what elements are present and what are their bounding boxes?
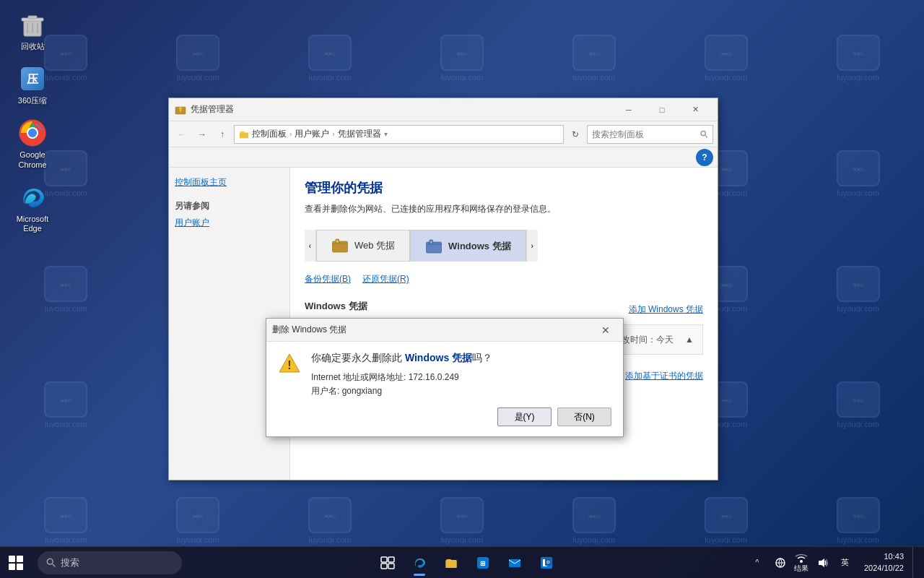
- dialog-title: 删除 Windows 凭据: [272, 324, 594, 336]
- dialog-username-line: 用户名: gongxiang: [311, 384, 611, 398]
- delete-dialog: 删除 Windows 凭据 ✕ ! 你确定要永久删除此 Windows 凭据吗？: [266, 318, 624, 437]
- dialog-info: Internet 地址或网络地址: 172.16.0.249 用户名: gong…: [311, 371, 611, 398]
- dialog-address-line: Internet 地址或网络地址: 172.16.0.249: [311, 371, 611, 384]
- desktop: luyouqi.com luyouqi.com: [0, 0, 924, 578]
- dialog-titlebar: 删除 Windows 凭据 ✕: [266, 319, 623, 342]
- no-button[interactable]: 否(N): [557, 407, 611, 426]
- dialog-content: ! 你确定要永久删除此 Windows 凭据吗？ Internet 地址或网络地…: [278, 352, 611, 399]
- dialog-overlay: 删除 Windows 凭据 ✕ ! 你确定要永久删除此 Windows 凭据吗？: [0, 0, 924, 578]
- yes-button[interactable]: 是(Y): [497, 407, 552, 426]
- dialog-question: 你确定要永久删除此 Windows 凭据吗？: [311, 352, 611, 365]
- dialog-close-button[interactable]: ✕: [594, 320, 617, 340]
- warning-icon: !: [278, 352, 301, 375]
- svg-text:!: !: [287, 359, 291, 371]
- dialog-body: ! 你确定要永久删除此 Windows 凭据吗？ Internet 地址或网络地…: [266, 342, 623, 436]
- dialog-text-area: 你确定要永久删除此 Windows 凭据吗？ Internet 地址或网络地址:…: [311, 352, 611, 398]
- dialog-buttons: 是(Y) 否(N): [278, 407, 611, 426]
- dialog-question-highlight: Windows 凭据: [405, 352, 472, 363]
